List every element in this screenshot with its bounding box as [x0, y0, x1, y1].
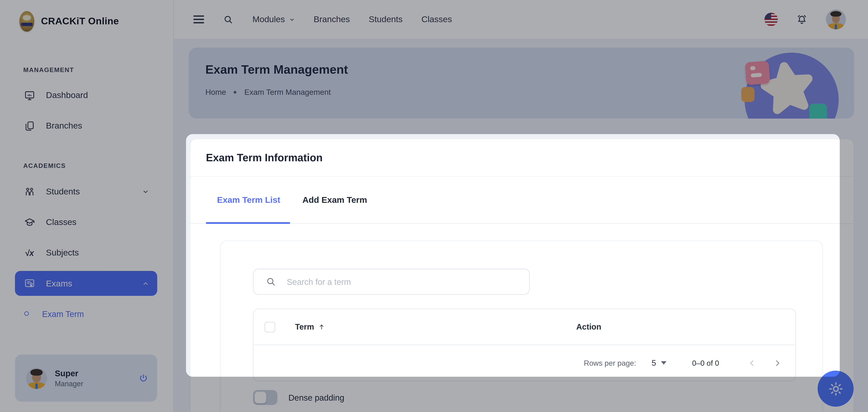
sidebar-section-academics: ACADEMICS: [23, 162, 66, 169]
dense-padding-toggle[interactable]: [253, 390, 277, 405]
branches-copy-icon: [23, 120, 35, 132]
chevron-down-icon: [289, 17, 295, 23]
search-icon: [266, 276, 276, 287]
sidebar-item-exam-term[interactable]: Exam Term: [15, 304, 157, 323]
sidebar-item-subjects[interactable]: √x Subjects: [15, 241, 157, 264]
user-role: Manager: [55, 379, 83, 388]
next-page-button[interactable]: [769, 354, 785, 371]
sidebar-item-dashboard[interactable]: Dashboard: [15, 84, 157, 107]
chevron-up-icon: [142, 279, 150, 287]
chevron-right-icon: [772, 358, 782, 367]
sidebar-item-label: Classes: [46, 217, 76, 227]
table-pagination-row: Rows per page: 5 0–0 of 0: [253, 345, 796, 381]
user-name: Super: [55, 369, 83, 378]
teal-shape: [809, 104, 827, 119]
breadcrumb-separator: [234, 91, 237, 93]
tab-exam-term-list[interactable]: Exam Term List: [206, 177, 291, 223]
topnav-students[interactable]: Students: [369, 14, 403, 24]
active-tab-indicator: [206, 222, 290, 224]
notification-bell-icon[interactable]: [796, 13, 808, 25]
sidebar-item-exams[interactable]: Exams: [15, 271, 157, 296]
user-avatar: [26, 368, 47, 389]
topnav-modules[interactable]: Modules: [252, 14, 295, 24]
table-header-row: Term Action: [253, 309, 796, 345]
sidebar-subitem-label: Exam Term: [42, 309, 84, 318]
topnav-branches[interactable]: Branches: [314, 14, 350, 24]
sidebar-item-students[interactable]: Students: [15, 181, 157, 203]
column-header-action: Action: [576, 322, 601, 331]
select-all-checkbox[interactable]: [265, 322, 275, 332]
brand-logo[interactable]: CRACKiT Online: [19, 11, 119, 32]
students-people-icon: [23, 186, 35, 198]
us-flag-language-icon[interactable]: [765, 13, 778, 26]
dense-padding-label: Dense padding: [288, 393, 344, 402]
bullet-circle-icon: [24, 312, 29, 316]
pagination-range: 0–0 of 0: [692, 359, 719, 367]
rows-per-page-select[interactable]: 5: [652, 358, 666, 367]
sidebar-section-management: MANAGEMENT: [23, 66, 74, 73]
exam-term-list-panel: Term Action Rows per page: 5 0–0 of 0: [220, 240, 823, 412]
topbar: Modules Branches Students Classes: [173, 0, 868, 39]
sidebar-item-branches[interactable]: Branches: [15, 115, 157, 137]
search-icon[interactable]: [223, 14, 234, 25]
brand-badge-icon: [19, 11, 34, 32]
logout-power-icon[interactable]: [138, 373, 148, 383]
app-root: CRACKiT Online MANAGEMENT Dashboard Bran…: [0, 0, 868, 412]
rows-per-page-label: Rows per page:: [584, 359, 636, 367]
exam-term-information-card: Exam Term Information Exam Term List Add…: [190, 139, 854, 412]
orange-shape: [741, 87, 754, 102]
exam-certificate-icon: [23, 277, 35, 289]
previous-page-button[interactable]: [743, 354, 760, 371]
caret-down-icon: [661, 361, 667, 365]
star-illustration: [745, 53, 839, 119]
graduation-cap-icon: [23, 216, 35, 228]
brand-name: CRACKiT Online: [41, 16, 119, 27]
breadcrumb-home[interactable]: Home: [206, 88, 226, 96]
avatar: [826, 9, 846, 29]
pink-card-shape: [745, 61, 770, 85]
settings-fab-button[interactable]: [817, 371, 854, 407]
sidebar-item-label: Students: [46, 187, 80, 197]
page-header-banner: Exam Term Management Home Exam Term Mana…: [189, 48, 854, 119]
hamburger-menu-icon[interactable]: [193, 15, 205, 24]
sqrt-x-icon: √x: [23, 246, 35, 259]
sidebar-item-classes[interactable]: Classes: [15, 211, 157, 233]
sidebar: CRACKiT Online MANAGEMENT Dashboard Bran…: [0, 0, 174, 412]
search-input[interactable]: [286, 276, 529, 287]
gear-icon: [827, 380, 844, 397]
sidebar-item-label: Branches: [46, 121, 82, 131]
sidebar-user-card[interactable]: Super Manager: [15, 354, 157, 402]
column-header-term[interactable]: Term: [295, 322, 326, 331]
exam-term-table: Term Action Rows per page: 5 0–0 of 0: [253, 308, 796, 381]
tab-add-exam-term[interactable]: Add Exam Term: [291, 177, 378, 223]
card-title: Exam Term Information: [206, 151, 322, 164]
term-search-field[interactable]: [253, 269, 530, 295]
breadcrumb: Home Exam Term Management: [206, 88, 331, 96]
tabs: Exam Term List Add Exam Term: [190, 177, 854, 224]
profile-avatar-button[interactable]: [826, 9, 846, 29]
main-area: Modules Branches Students Classes: [173, 0, 868, 412]
sidebar-item-label: Subjects: [46, 248, 79, 258]
dense-padding-control: Dense padding: [253, 390, 793, 405]
page-title: Exam Term Management: [206, 63, 348, 77]
dashboard-monitor-icon: [23, 89, 35, 101]
chevron-down-icon: [142, 188, 150, 196]
breadcrumb-current: Exam Term Management: [244, 88, 331, 96]
chevron-left-icon: [747, 358, 756, 367]
sidebar-item-label: Dashboard: [46, 90, 88, 100]
sidebar-item-label: Exams: [46, 278, 72, 289]
topnav-classes[interactable]: Classes: [422, 14, 452, 24]
sort-ascending-arrow-icon: [318, 323, 326, 331]
